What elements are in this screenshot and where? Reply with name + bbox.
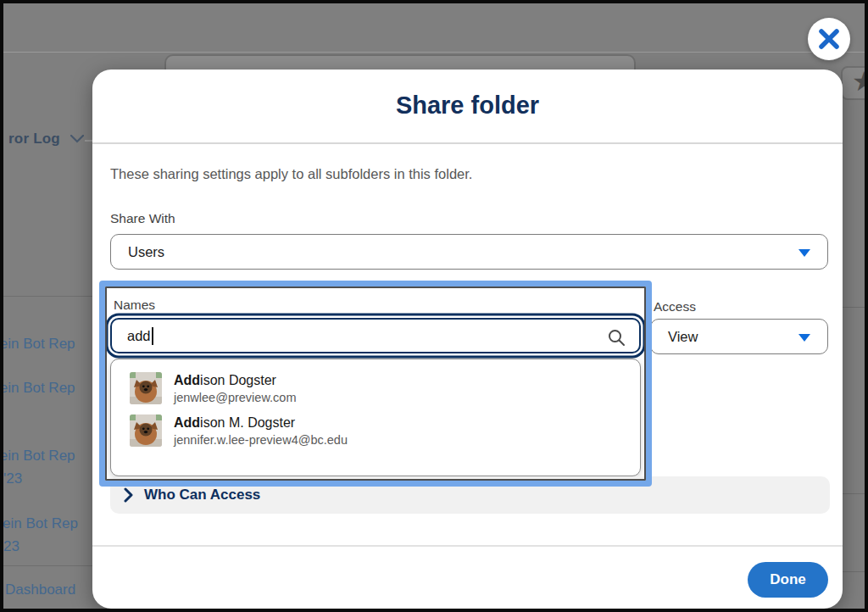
search-icon <box>607 328 626 347</box>
header-divider <box>92 142 843 144</box>
who-can-access-label: Who Can Access <box>144 487 260 504</box>
backdrop-table-divider <box>843 307 868 308</box>
avatar <box>130 414 162 447</box>
backdrop-report-link: tein Bot Rep'23 <box>0 444 75 490</box>
share-folder-modal: Share folder These sharing settings appl… <box>92 70 843 609</box>
backdrop-table-divider <box>3 565 92 566</box>
result-email: jenwlee@preview.com <box>174 391 296 404</box>
chevron-right-icon <box>124 487 133 503</box>
result-name: Addison M. Dogster <box>174 415 295 430</box>
backdrop-table-divider <box>843 571 868 572</box>
close-icon <box>818 28 840 50</box>
list-item[interactable]: Addison Dogster jenwlee@preview.com <box>111 369 640 411</box>
close-button[interactable] <box>808 18 850 60</box>
backdrop-table-divider <box>3 296 92 297</box>
backdrop-header-edge <box>3 52 868 53</box>
backdrop-report-link: tein Bot Rep <box>0 332 75 355</box>
backdrop-report-link: tein Bot Rep <box>0 376 75 399</box>
screenshot-frame: ★ ror Log tein Bot Rep tein Bot Rep tein… <box>0 0 868 612</box>
backdrop-nav-label: ror Log <box>8 131 60 147</box>
backdrop-report-link: ein Bot Rep23 <box>3 512 78 558</box>
result-email: jennifer.w.lee-preview4@bc.edu <box>174 433 348 447</box>
access-label: Access <box>654 299 696 314</box>
access-value: View <box>668 329 698 345</box>
text-cursor <box>152 327 153 345</box>
star-icon: ★ <box>852 68 868 95</box>
names-label: Names <box>114 298 155 313</box>
names-search-input[interactable]: add <box>110 318 641 353</box>
chevron-down-icon <box>798 334 810 342</box>
backdrop-report-link: Dashboard <box>5 578 75 601</box>
chevron-down-icon <box>70 135 84 143</box>
done-button[interactable]: Done <box>748 562 828 598</box>
avatar <box>130 372 162 404</box>
chevron-down-icon <box>798 249 810 257</box>
share-with-select[interactable]: Users <box>110 234 828 270</box>
result-name: Addison Dogster <box>174 373 276 387</box>
share-with-label: Share With <box>110 211 175 226</box>
names-results-listbox: Addison Dogster jenwlee@preview.com <box>110 359 641 476</box>
page-title: Share folder <box>92 92 843 120</box>
footer-divider <box>92 545 843 547</box>
backdrop-table-divider <box>843 493 868 494</box>
who-can-access-expander[interactable]: Who Can Access <box>110 476 830 514</box>
sharing-settings-description: These sharing settings apply to all subf… <box>110 166 472 182</box>
access-select[interactable]: View <box>650 319 828 354</box>
share-with-value: Users <box>128 244 164 260</box>
search-input-value: add <box>127 328 151 344</box>
list-item[interactable]: Addison M. Dogster jennifer.w.lee-previe… <box>111 411 640 453</box>
backdrop-report-tab: ror Log <box>8 131 84 147</box>
